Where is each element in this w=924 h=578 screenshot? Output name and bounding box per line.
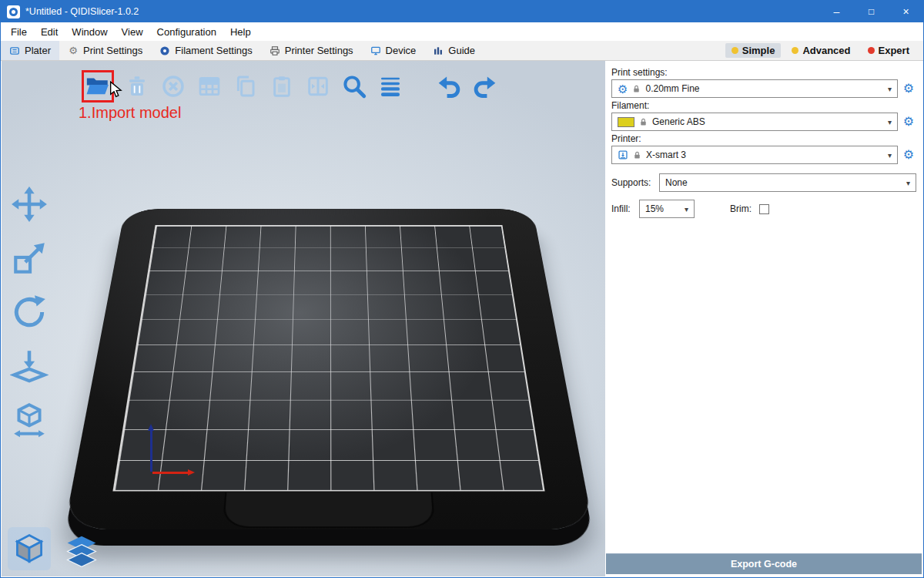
delete-button[interactable]	[124, 73, 150, 99]
3d-viewport[interactable]: 1.Import model	[2, 61, 605, 576]
mouse-cursor	[109, 81, 123, 101]
infill-value: 15%	[645, 203, 664, 214]
search-button[interactable]	[341, 73, 367, 99]
plater-toolbar	[82, 70, 498, 102]
supports-value: None	[665, 177, 688, 188]
filament-gear-button[interactable]: ⚙	[901, 116, 916, 128]
settings-sidebar: Print settings: ⚙ 0.20mm Fine ▾ ⚙ Filame…	[605, 61, 922, 576]
infill-combo[interactable]: 15% ▾	[639, 200, 695, 218]
menu-edit[interactable]: Edit	[34, 24, 65, 40]
menu-file[interactable]: File	[4, 24, 34, 40]
layer-lines-icon	[378, 74, 403, 99]
chevron-down-icon: ▾	[906, 179, 910, 187]
measure-gizmo-button[interactable]	[9, 400, 49, 440]
brim-label: Brim:	[730, 203, 752, 214]
place-on-face-gizmo-button[interactable]	[9, 346, 49, 386]
menubar: File Edit Window View Configuration Help	[1, 22, 923, 41]
tab-printer-settings-label: Printer Settings	[285, 45, 353, 56]
preview-layers-button[interactable]	[63, 532, 100, 569]
split-window-icon	[306, 74, 330, 99]
print-settings-combo[interactable]: ⚙ 0.20mm Fine ▾	[611, 79, 898, 98]
chevron-down-icon: ▾	[888, 151, 892, 160]
3d-editor-view-button[interactable]	[8, 527, 51, 570]
gizmo-toolbar	[9, 184, 49, 440]
print-settings-value: 0.20mm Fine	[645, 83, 699, 94]
tab-printer-settings[interactable]: Printer Settings	[261, 41, 362, 60]
expert-mode-icon	[868, 47, 875, 54]
window-title: *Untitled - QIDISlicer-1.0.2	[25, 6, 139, 17]
tab-guide[interactable]: Guide	[424, 41, 484, 60]
arrange-button[interactable]	[196, 73, 223, 99]
delete-all-button[interactable]	[160, 73, 186, 99]
scale-gizmo-button[interactable]	[9, 238, 49, 278]
filament-label: Filament:	[611, 100, 916, 111]
chevron-down-icon: ▾	[888, 118, 892, 126]
measure-icon	[10, 401, 49, 439]
simple-mode-icon	[732, 47, 738, 54]
lock-icon	[633, 150, 641, 160]
tab-filament-settings[interactable]: Filament Settings	[151, 41, 260, 60]
export-gcode-button[interactable]: Export G-code	[606, 553, 922, 574]
filament-tab-icon	[159, 45, 170, 56]
printer-label: Printer:	[611, 133, 916, 144]
view-mode-icons	[8, 527, 100, 570]
undo-button[interactable]	[436, 73, 462, 99]
variable-layer-height-button[interactable]	[377, 73, 403, 99]
close-button[interactable]: ×	[889, 1, 923, 22]
mode-expert-label: Expert	[879, 45, 909, 56]
supports-label: Supports:	[611, 177, 656, 188]
tab-guide-label: Guide	[448, 45, 475, 56]
origin-z-axis	[150, 427, 152, 472]
tab-print-settings[interactable]: ⚙ Print Settings	[59, 41, 151, 60]
app-icon	[7, 5, 20, 18]
maximize-button[interactable]: □	[854, 1, 889, 22]
mode-expert[interactable]: Expert	[862, 43, 916, 58]
split-button[interactable]	[305, 73, 331, 99]
bed-grid-surface	[112, 225, 544, 491]
guide-tab-icon	[433, 45, 444, 56]
tab-device-label: Device	[386, 45, 417, 56]
menu-view[interactable]: View	[115, 24, 150, 40]
menu-configuration[interactable]: Configuration	[150, 24, 223, 40]
advanced-mode-icon	[792, 47, 798, 54]
device-tab-icon	[370, 45, 381, 56]
search-icon	[341, 73, 367, 99]
app-window: *Untitled - QIDISlicer-1.0.2 – □ × File …	[0, 0, 924, 578]
minimize-button[interactable]: –	[819, 1, 854, 22]
trash-icon	[125, 74, 149, 99]
tab-plater-label: Plater	[25, 45, 51, 56]
layers-stack-icon	[65, 533, 99, 567]
menu-window[interactable]: Window	[65, 24, 114, 40]
rotate-gizmo-button[interactable]	[9, 292, 49, 332]
print-settings-gear-button[interactable]: ⚙	[901, 82, 916, 95]
brim-checkbox[interactable]	[759, 204, 769, 214]
print-bed	[82, 120, 575, 552]
infill-label: Infill:	[611, 203, 636, 214]
supports-combo[interactable]: None ▾	[659, 173, 916, 192]
import-annotation: 1.Import model	[79, 104, 181, 122]
table-grid-icon	[197, 74, 222, 99]
plater-icon	[9, 45, 20, 56]
menu-help[interactable]: Help	[223, 24, 258, 40]
scale-icon	[10, 239, 49, 277]
mode-simple[interactable]: Simple	[725, 43, 782, 58]
tab-device[interactable]: Device	[362, 41, 425, 60]
open-folder-icon	[85, 73, 111, 99]
tab-plater[interactable]: Plater	[1, 41, 59, 60]
filament-value: Generic ABS	[652, 116, 705, 127]
redo-button[interactable]	[472, 73, 498, 99]
move-icon	[10, 185, 49, 223]
printer-gear-button[interactable]: ⚙	[901, 149, 916, 161]
mode-advanced-label: Advanced	[802, 45, 850, 56]
import-model-button[interactable]	[85, 73, 111, 99]
printer-value: X-smart 3	[646, 150, 686, 160]
move-gizmo-button[interactable]	[9, 184, 49, 224]
mode-advanced[interactable]: Advanced	[785, 43, 856, 58]
print-settings-tab-icon: ⚙	[68, 45, 79, 56]
filament-combo[interactable]: Generic ABS ▾	[611, 113, 898, 131]
printer-icon	[618, 150, 628, 160]
paste-button[interactable]	[269, 73, 295, 99]
copy-button[interactable]	[233, 73, 259, 99]
printer-combo[interactable]: X-smart 3 ▾	[611, 146, 898, 164]
cube-icon	[12, 532, 46, 566]
